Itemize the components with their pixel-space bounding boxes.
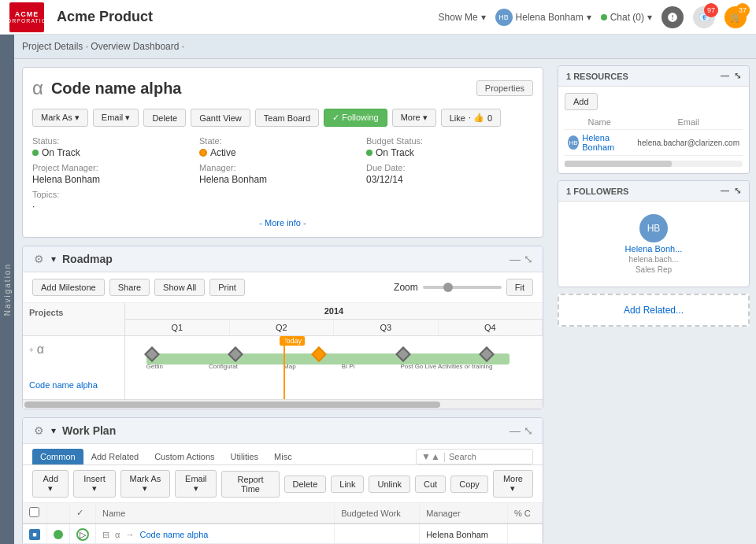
app-title: Acme Product [57, 9, 153, 25]
add-button[interactable]: Add ▾ [32, 470, 69, 498]
roadmap-scrollbar-thumb [24, 402, 440, 408]
resource-name[interactable]: Helena Bonham [582, 133, 631, 152]
more-button[interactable]: More ▾ [392, 109, 436, 127]
roadmap-minimize-icon[interactable]: — [510, 253, 521, 265]
milestone-2[interactable] [228, 346, 243, 362]
link-button[interactable]: Link [331, 476, 364, 493]
year-label: 2014 [125, 303, 543, 320]
workplan-expand-icon[interactable]: ⤡ [524, 424, 533, 437]
print-button[interactable]: Print [209, 279, 245, 296]
center-panel: α Code name alpha Properties Mark As ▾ E… [14, 59, 551, 543]
follower-entry: HB Helena Bonh... helena.bach... Sales R… [565, 208, 743, 280]
breadcrumb: Project Details · Overview Dashboard · [0, 35, 756, 59]
add-resource-button[interactable]: Add [565, 93, 598, 110]
mark-as-button[interactable]: Mark As ▾ [32, 109, 88, 127]
quarter-row: Q1 Q2 Q3 Q4 [125, 320, 543, 335]
badge1-area: 📧 97 [693, 6, 715, 28]
show-me-button[interactable]: Show Me ▾ [439, 12, 486, 23]
col-status [47, 503, 70, 524]
email-button[interactable]: Email ▾ [93, 109, 139, 127]
tab-utilities[interactable]: Utilities [223, 449, 266, 464]
resources-header: 1 RESOURCES — ⤡ [558, 66, 749, 87]
follower-name[interactable]: Helena Bonh... [625, 244, 683, 253]
following-button[interactable]: ✓ Following [324, 109, 387, 127]
roadmap-gear-icon[interactable]: ⚙ [32, 253, 45, 265]
expand-row-button[interactable]: + [29, 346, 34, 354]
status-dot [32, 150, 39, 156]
resources-table: Name Email HB Helena Bonham [565, 115, 743, 156]
tab-add-related[interactable]: Add Related [83, 449, 147, 464]
more-wp-button[interactable]: More ▾ [493, 470, 533, 498]
budget-status-field: Budget Status: On Track [366, 136, 533, 158]
inbox-badge: 97 [704, 3, 718, 17]
workplan-section-actions: — ⤡ [510, 424, 533, 437]
milestone-1[interactable] [144, 346, 160, 362]
user-menu[interactable]: HB Helena Bonham ▾ [495, 9, 591, 26]
due-date-field: Due Date: 03/12/14 [366, 163, 533, 185]
row1-type-icon: ■ [29, 529, 40, 540]
milestone-3[interactable] [312, 346, 328, 362]
tab-misc[interactable]: Misc [266, 449, 300, 464]
copy-button[interactable]: Copy [450, 476, 488, 493]
logo: ACME CORPORATION [9, 2, 44, 32]
followers-card: 1 FOLLOWERS — ⤡ HB Helena Bonh... helena… [558, 180, 750, 287]
roadmap-toolbar: Add Milestone Share Show All Print Zoom … [23, 272, 543, 303]
unlink-button[interactable]: Unlink [369, 476, 410, 493]
tab-custom-actions[interactable]: Custom Actions [146, 449, 222, 464]
col-pct: ✓ [70, 503, 96, 524]
like-button[interactable]: Like · 👍 0 [441, 109, 501, 127]
properties-button[interactable]: Properties [476, 80, 533, 96]
resources-minimize-icon[interactable]: — [721, 71, 729, 81]
filter-icon[interactable]: ▼▲ [421, 451, 440, 462]
milestone-labels: Gettin Configurat Map Bi Pi Post Go Live… [146, 363, 493, 370]
roadmap-card: ⚙ ▾ Roadmap — ⤡ Add Milestone Share Show… [22, 246, 543, 409]
row1-budgeted [335, 524, 420, 543]
add-related-button[interactable]: Add Related... [558, 294, 750, 327]
user-avatar: HB [495, 9, 513, 26]
followers-expand-icon[interactable]: ⤡ [734, 186, 741, 196]
mark-as-wp-button[interactable]: Mark As ▾ [120, 470, 171, 498]
project-title-row: α Code name alpha Properties [32, 77, 533, 99]
gantt-view-button[interactable]: Gantt View [191, 109, 250, 127]
row1-name-link[interactable]: Code name alpha [140, 530, 209, 539]
search-input[interactable] [449, 452, 528, 461]
delete-button[interactable]: Delete [143, 109, 186, 127]
row1-play-button[interactable]: ▷ [76, 528, 89, 541]
project-info-grid: Status: On Track State: Active Budget St… [32, 136, 533, 212]
budget-dot [366, 150, 372, 156]
workplan-minimize-icon[interactable]: — [510, 424, 521, 437]
resource-email: helena.bachar@clarizen.com [634, 130, 743, 156]
team-board-button[interactable]: Team Board [255, 109, 319, 127]
nav-right: Show Me ▾ HB Helena Bonham ▾ Chat (0) ▾ … [439, 6, 747, 28]
workplan-gear-icon[interactable]: ⚙ [32, 424, 45, 437]
row1-status [47, 524, 70, 543]
chat-button[interactable]: Chat (0) ▾ [601, 12, 652, 23]
main-layout: Navigation α Code name alpha Properties … [14, 59, 756, 543]
notifications-button[interactable] [662, 6, 684, 28]
resources-expand-icon[interactable]: ⤡ [734, 71, 741, 81]
more-info-button[interactable]: - More info - [32, 212, 533, 228]
followers-minimize-icon[interactable]: — [721, 186, 729, 196]
roadmap-expand-icon[interactable]: ⤡ [524, 253, 533, 265]
workplan-header: ⚙ ▾ Work Plan — ⤡ [23, 418, 543, 444]
tab-common[interactable]: Common [32, 449, 83, 464]
fit-button[interactable]: Fit [506, 279, 533, 296]
project-manager-field: Project Manager: Helena Bonham [32, 163, 199, 185]
insert-button[interactable]: Insert ▾ [73, 470, 115, 498]
roadmap-scrollbar[interactable] [23, 399, 543, 409]
resources-scrollbar[interactable] [565, 161, 743, 167]
delete-wp-button[interactable]: Delete [284, 476, 327, 493]
share-button[interactable]: Share [109, 279, 150, 296]
report-time-button[interactable]: Report Time [221, 471, 279, 498]
show-all-button[interactable]: Show All [154, 279, 205, 296]
row1-play: ▷ [70, 524, 96, 543]
add-milestone-button[interactable]: Add Milestone [32, 279, 105, 296]
select-all-checkbox[interactable] [29, 507, 39, 517]
milestone-5[interactable] [479, 346, 495, 362]
row1-checkbox: ■ [23, 524, 47, 543]
cut-button[interactable]: Cut [415, 476, 446, 493]
zoom-slider[interactable] [423, 286, 502, 289]
milestone-4[interactable] [395, 346, 411, 362]
email-wp-button[interactable]: Email ▾ [175, 470, 217, 498]
logo-top-text: ACME [15, 10, 39, 18]
